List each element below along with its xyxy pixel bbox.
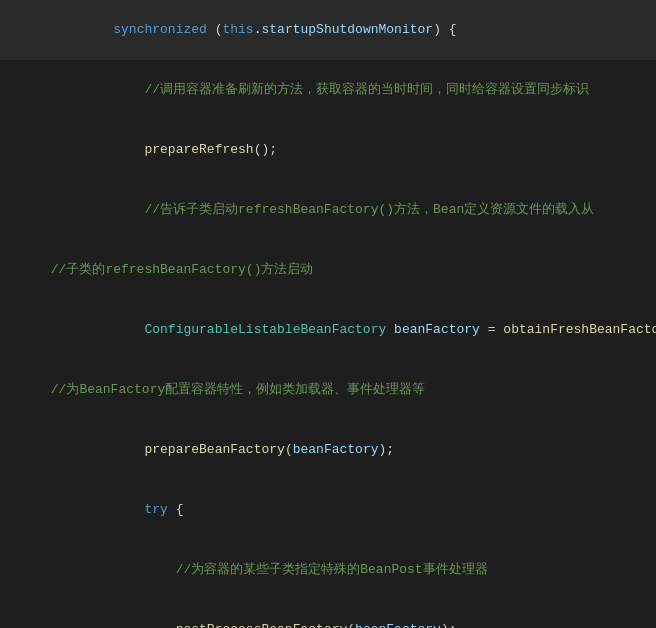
code-line-8: prepareBeanFactory(beanFactory);	[0, 420, 656, 480]
code-line-3: prepareRefresh();	[0, 120, 656, 180]
code-line-5: //子类的refreshBeanFactory()方法启动	[0, 240, 656, 300]
code-line-10: //为容器的某些子类指定特殊的BeanPost事件处理器	[0, 540, 656, 600]
code-line-9: try {	[0, 480, 656, 540]
code-line-2: //调用容器准备刷新的方法，获取容器的当时时间，同时给容器设置同步标识	[0, 60, 656, 120]
code-editor: synchronized (this.startupShutdownMonito…	[0, 0, 656, 628]
code-line-6: ConfigurableListableBeanFactory beanFact…	[0, 300, 656, 360]
code-line-7: //为BeanFactory配置容器特性，例如类加载器、事件处理器等	[0, 360, 656, 420]
code-line-11: postProcessBeanFactory(beanFactory);	[0, 600, 656, 628]
code-line-4: //告诉子类启动refreshBeanFactory()方法，Bean定义资源文…	[0, 180, 656, 240]
code-line-1: synchronized (this.startupShutdownMonito…	[0, 0, 656, 60]
